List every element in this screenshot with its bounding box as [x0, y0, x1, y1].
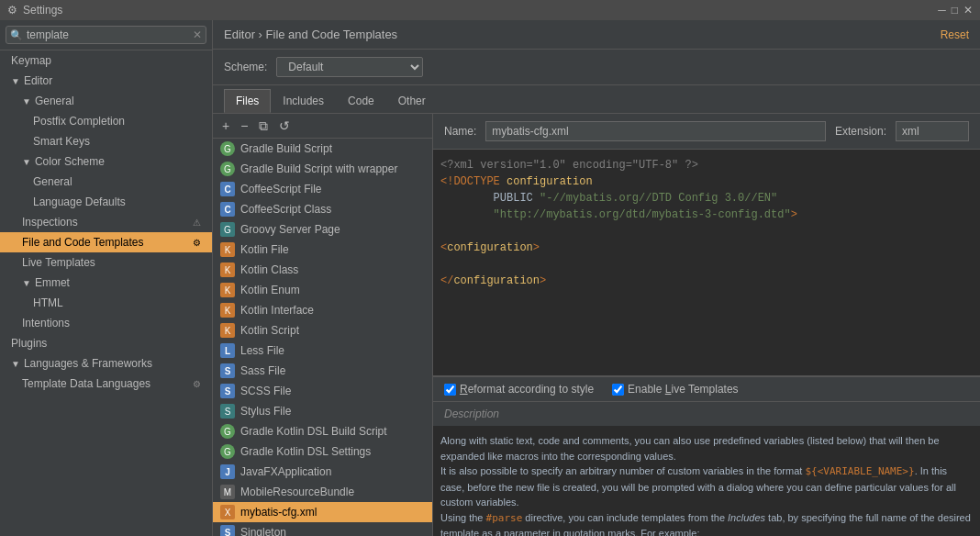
sidebar-item-language-defaults[interactable]: Language Defaults — [0, 192, 212, 212]
list-item[interactable]: G Gradle Kotlin DSL Settings — [213, 441, 432, 462]
sidebar-item-inspections[interactable]: Inspections ⚠ — [0, 212, 212, 232]
sidebar-item-file-and-code-templates[interactable]: File and Code Templates ⚙ — [0, 232, 212, 252]
template-item-label: Singleton — [240, 526, 286, 536]
template-icon: G — [220, 424, 235, 439]
extension-input[interactable] — [896, 121, 969, 141]
sidebar-item-plugins[interactable]: Plugins — [0, 333, 212, 353]
sidebar-item-label: Smart Keys — [33, 135, 90, 148]
list-item[interactable]: K Kotlin Class — [213, 260, 432, 280]
title-bar-text: Settings — [23, 4, 62, 17]
list-item[interactable]: S Stylus File — [213, 401, 432, 421]
list-item[interactable]: K Kotlin Script — [213, 320, 432, 341]
template-item-label: Sass File — [240, 364, 285, 377]
search-clear-icon[interactable]: ✕ — [193, 28, 202, 41]
remove-template-button[interactable]: − — [237, 117, 251, 134]
list-item[interactable]: C CoffeeScript Class — [213, 199, 432, 219]
sidebar-item-template-data-languages[interactable]: Template Data Languages ⚙ — [0, 374, 212, 394]
template-item-label: Kotlin Interface — [240, 304, 314, 317]
collapse-icon: ▼ — [11, 359, 20, 369]
list-item[interactable]: M MobileResourceBundle — [213, 482, 432, 502]
tab-includes[interactable]: Includes — [271, 89, 336, 113]
list-item[interactable]: K Kotlin File — [213, 240, 432, 260]
sidebar-item-label: Postfix Completion — [33, 115, 125, 128]
tab-other[interactable]: Other — [386, 89, 438, 113]
sidebar-item-color-scheme[interactable]: ▼Color Scheme — [0, 151, 212, 172]
list-item[interactable]: S Sass File — [213, 361, 432, 381]
sidebar-item-general2[interactable]: General — [0, 172, 212, 192]
sidebar-item-editor[interactable]: ▼Editor — [0, 71, 212, 91]
code-line: </configuration> — [440, 273, 973, 289]
name-input[interactable] — [485, 121, 826, 141]
window-maximize[interactable]: □ — [952, 4, 958, 17]
template-icon: X — [220, 505, 235, 519]
template-item-label: JavaFXApplication — [240, 465, 331, 478]
breadcrumb: Editor › File and Code Templates — [224, 28, 397, 41]
sidebar-item-live-templates[interactable]: Live Templates — [0, 252, 212, 273]
tab-code[interactable]: Code — [336, 89, 386, 113]
list-item[interactable]: G Gradle Kotlin DSL Build Script — [213, 421, 432, 441]
sidebar-item-emmet[interactable]: ▼Emmet — [0, 273, 212, 293]
sidebar-item-general[interactable]: ▼General — [0, 91, 212, 111]
template-item-label: Kotlin Enum — [240, 284, 300, 296]
content-header: Editor › File and Code Templates Reset — [213, 20, 980, 50]
list-item[interactable]: S SCSS File — [213, 381, 432, 401]
list-item[interactable]: G Gradle Build Script — [213, 139, 432, 159]
tab-other-label: Other — [398, 95, 426, 107]
window-close[interactable]: ✕ — [963, 4, 973, 17]
reformat-checkbox-label[interactable]: Reformat according to style — [444, 383, 594, 396]
desc-text-2: It is also possible to specify an arbitr… — [440, 465, 805, 476]
list-item-selected[interactable]: X mybatis-cfg.xml — [213, 502, 432, 522]
code-editor[interactable]: <?xml version="1.0" encoding="UTF-8" ?> … — [433, 150, 980, 375]
inspections-icon: ⚠ — [193, 218, 201, 228]
desc-text-5: directive, you can include templates fro… — [522, 512, 728, 523]
add-template-button[interactable]: + — [218, 117, 233, 134]
search-input[interactable] — [27, 28, 193, 41]
collapse-icon: ▼ — [22, 278, 31, 288]
list-item[interactable]: G Gradle Build Script with wrapper — [213, 159, 432, 179]
list-item[interactable]: K Kotlin Enum — [213, 280, 432, 300]
sidebar-item-label: Editor — [24, 74, 52, 87]
sidebar-item-label: Language Defaults — [33, 195, 126, 208]
tab-files[interactable]: Files — [224, 89, 271, 113]
sidebar-item-html[interactable]: HTML — [0, 293, 212, 313]
sidebar-item-postfix-completion[interactable]: Postfix Completion — [0, 111, 212, 131]
copy-template-button[interactable]: ⧉ — [255, 117, 272, 134]
sidebar-item-label: Live Templates — [22, 256, 95, 269]
sidebar-item-label: HTML — [33, 296, 63, 309]
sidebar-item-label: Plugins — [11, 337, 47, 350]
list-item[interactable]: C CoffeeScript File — [213, 179, 432, 199]
name-label: Name: — [444, 125, 476, 138]
template-list: + − ⧉ ↺ G Gradle Build Script G Gradle B… — [213, 114, 433, 536]
template-item-label: Gradle Kotlin DSL Build Script — [240, 425, 387, 438]
sidebar-item-smart-keys[interactable]: Smart Keys — [0, 131, 212, 151]
code-line: <!DOCTYPE configuration — [440, 173, 973, 190]
list-item[interactable]: G Groovy Server Page — [213, 219, 432, 240]
sidebar-item-intentions[interactable]: Intentions — [0, 313, 212, 333]
list-item[interactable]: J JavaFXApplication — [213, 462, 432, 482]
reset-button[interactable]: Reset — [941, 28, 969, 41]
template-icon: G — [220, 222, 235, 237]
live-templates-checkbox[interactable] — [612, 384, 624, 396]
reset-template-button[interactable]: ↺ — [275, 117, 294, 134]
template-item-label: Kotlin Script — [240, 324, 299, 337]
template-item-label: Stylus File — [240, 405, 291, 418]
template-item-label: Kotlin File — [240, 243, 289, 256]
desc-text-4: Using the — [440, 512, 486, 523]
scheme-select[interactable]: Default Project — [276, 57, 423, 77]
list-item[interactable]: L Less File — [213, 341, 432, 361]
sidebar-item-languages-frameworks[interactable]: ▼Languages & Frameworks — [0, 353, 212, 374]
template-icon: G — [220, 141, 235, 156]
reformat-checkbox[interactable] — [444, 384, 456, 396]
window-minimize[interactable]: ─ — [938, 4, 946, 17]
code-line: <configuration> — [440, 240, 973, 256]
sidebar-item-keymap[interactable]: Keymap — [0, 50, 212, 71]
desc-italic-includes: Includes — [728, 512, 765, 523]
search-icon: 🔍 — [10, 29, 23, 41]
title-bar-icon: ⚙ — [7, 4, 17, 17]
template-item-label: Less File — [240, 344, 284, 357]
list-item[interactable]: K Kotlin Interface — [213, 300, 432, 320]
template-icon: C — [220, 182, 235, 196]
list-item[interactable]: S Singleton — [213, 522, 432, 536]
sidebar-item-label: Template Data Languages — [22, 377, 150, 390]
live-templates-checkbox-label[interactable]: Enable Live Templates — [612, 383, 739, 396]
